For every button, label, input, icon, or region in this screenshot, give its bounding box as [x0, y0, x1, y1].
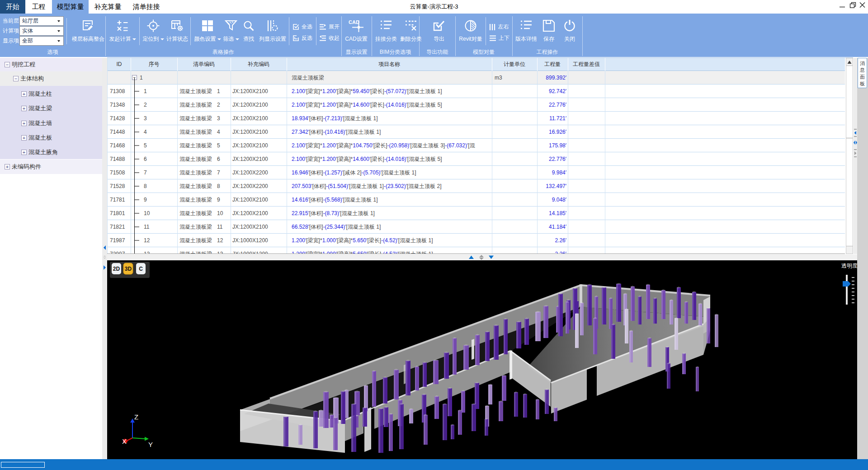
svg-text:3D: 3D [125, 266, 132, 272]
svg-text:X: X [122, 437, 127, 445]
svg-text:2D: 2D [113, 266, 120, 272]
svg-text:Z: Z [134, 413, 138, 421]
svg-text:Y: Y [148, 441, 153, 448]
svg-text:C: C [139, 266, 143, 272]
svg-text:CAD: CAD [349, 19, 359, 25]
svg-text:透明度: 透明度 [841, 263, 857, 269]
